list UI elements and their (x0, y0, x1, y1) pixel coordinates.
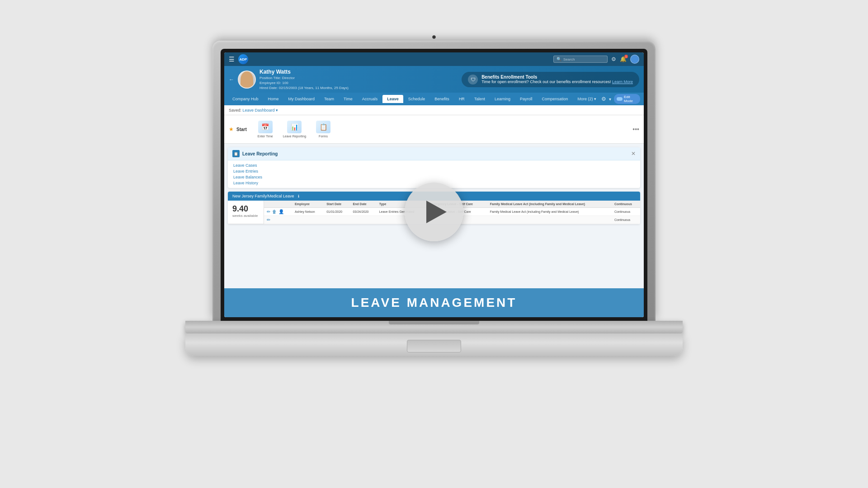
dashboard-selector[interactable]: Leave Dashboard ▾ (243, 108, 278, 113)
tab-learning[interactable]: Learning (490, 95, 515, 103)
chevron-down-icon: ▾ (594, 97, 596, 101)
profile-employee-id: Employee ID: 100 (259, 81, 349, 85)
hamburger-icon[interactable]: ☰ (229, 56, 235, 63)
nav-right: ⚙ ▾ Edit Mode (601, 94, 640, 104)
tab-more[interactable]: More (2) ▾ (573, 95, 601, 103)
top-bar: ☰ ADP 🔍 Search ⚙ 🔔 1 (224, 52, 644, 66)
saved-label: Saved: (229, 108, 241, 113)
laptop-bezel: ☰ ADP 🔍 Search ⚙ 🔔 1 (221, 49, 647, 321)
tab-home[interactable]: Home (264, 95, 283, 103)
video-overlay: LEAVE MANAGEMENT (224, 115, 644, 317)
search-icon: 🔍 (557, 57, 561, 61)
enrollment-text: Benefits Enrollment Tools Time for open … (481, 75, 633, 84)
tab-compensation[interactable]: Compensation (537, 95, 572, 103)
shield-icon: 🛡 (468, 75, 478, 84)
settings-gear-icon[interactable]: ⚙ (601, 96, 606, 102)
laptop-wrapper: ☰ ADP 🔍 Search ⚙ 🔔 1 (185, 41, 683, 447)
profile-info: Kathy Watts Position Title: Director Emp… (259, 69, 349, 90)
profile-left: ← Kathy Watts Position Title: Director E… (229, 69, 349, 90)
search-placeholder: Search (563, 57, 575, 61)
tab-time[interactable]: Time (339, 95, 357, 103)
edit-mode-toggle[interactable]: Edit Mode (614, 94, 640, 104)
tab-company-hub[interactable]: Company Hub (228, 95, 263, 103)
tab-payroll[interactable]: Payroll (515, 95, 537, 103)
app-ui: ☰ ADP 🔍 Search ⚙ 🔔 1 (224, 52, 644, 317)
tab-schedule[interactable]: Schedule (404, 95, 430, 103)
learn-more-link[interactable]: Learn More (612, 80, 633, 84)
laptop-base (185, 321, 683, 333)
user-avatar[interactable] (630, 55, 639, 64)
nav-settings-dropdown-icon[interactable]: ▾ (609, 97, 611, 102)
profile-position: Position Title: Director (259, 76, 349, 80)
settings-icon[interactable]: ⚙ (611, 56, 616, 62)
profile-name: Kathy Watts (259, 69, 349, 75)
enrollment-banner: 🛡 Benefits Enrollment Tools Time for ope… (462, 72, 639, 87)
main-content: ★ Start 📅 Enter Time 📊 Leave Reporting (224, 115, 644, 317)
profile-avatar (238, 70, 256, 89)
notification-badge-count: 1 (624, 55, 628, 58)
trackpad (407, 340, 461, 352)
top-bar-right: 🔍 Search ⚙ 🔔 1 (553, 55, 639, 64)
tab-accruals[interactable]: Accruals (358, 95, 382, 103)
tab-team[interactable]: Team (320, 95, 339, 103)
tab-talent[interactable]: Talent (470, 95, 490, 103)
logo-icon[interactable]: ADP (238, 54, 248, 64)
top-bar-left: ☰ ADP (229, 54, 248, 64)
laptop-hinge (389, 321, 479, 324)
tab-hr[interactable]: HR (454, 95, 469, 103)
leave-management-title: LEAVE MANAGEMENT (231, 296, 637, 310)
tab-benefits[interactable]: Benefits (430, 95, 454, 103)
enrollment-title: Benefits Enrollment Tools (481, 75, 633, 80)
avatar-person (241, 71, 253, 88)
toggle-switch (617, 97, 623, 101)
tab-leave[interactable]: Leave (382, 95, 403, 103)
enrollment-description: Time for open enrollment? Check out our … (481, 80, 633, 84)
tab-my-dashboard[interactable]: My Dashboard (284, 95, 320, 103)
nav-tabs: Company Hub Home My Dashboard Team Time … (224, 93, 644, 105)
play-button[interactable] (405, 183, 463, 241)
laptop-bottom (185, 333, 683, 356)
play-triangle-icon (426, 201, 447, 223)
profile-banner: ← Kathy Watts Position Title: Director E… (224, 66, 644, 93)
leave-management-banner: LEAVE MANAGEMENT (224, 288, 644, 317)
profile-hire-date: Hired Date: 02/15/2003 (18 Years, 11 Mon… (259, 86, 349, 90)
notifications-icon[interactable]: 🔔 1 (620, 56, 627, 62)
laptop-screen-shell: ☰ ADP 🔍 Search ⚙ 🔔 1 (212, 41, 656, 321)
search-box[interactable]: 🔍 Search (553, 56, 608, 63)
camera-dot (432, 35, 436, 39)
back-arrow-icon[interactable]: ← (229, 76, 234, 83)
edit-mode-label: Edit Mode (624, 95, 637, 103)
sub-bar: Saved: Leave Dashboard ▾ (224, 105, 644, 115)
screen-content: ☰ ADP 🔍 Search ⚙ 🔔 1 (224, 52, 644, 317)
